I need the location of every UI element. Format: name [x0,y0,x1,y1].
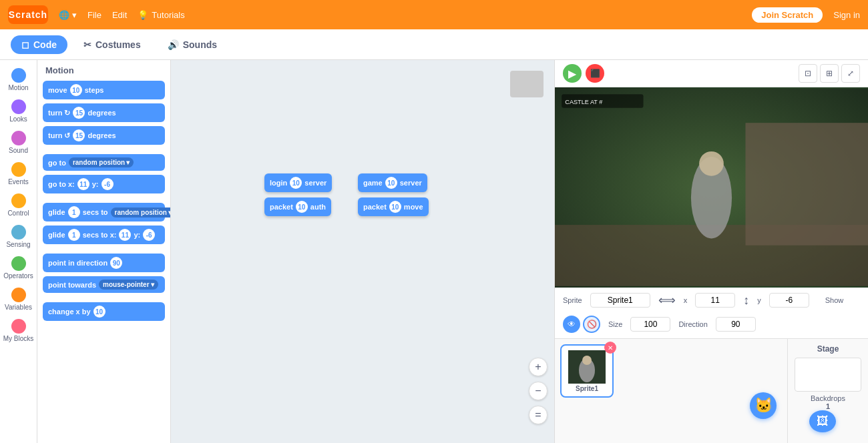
palette-item-sensing[interactable]: Sensing [1,222,36,251]
show-visible-button[interactable]: 👁 [563,316,580,333]
palette-item-control[interactable]: Control [1,191,36,219]
language-button[interactable]: 🌐 ▾ [59,10,77,20]
stage-canvas: CASTLE AT # [555,87,868,288]
login-block-text: login [270,179,287,187]
direction-input[interactable] [716,317,756,332]
block-goto-xy-x[interactable]: 11 [77,178,89,190]
sign-in-button[interactable]: Sign in [833,10,860,20]
sounds-tab-label: Sounds [183,39,217,50]
block-change-x[interactable]: change x by 10 [43,302,165,321]
block-turn-ccw-val[interactable]: 15 [73,129,85,141]
block-goto-xy[interactable]: go to x: 11 y: -6 [43,175,165,193]
block-glide2-val[interactable]: 1 [68,229,80,241]
game-block-suffix: server [400,179,422,187]
block-glide1-dropdown[interactable]: random position [111,207,171,217]
tab-code[interactable]: ◻ Code [11,35,67,54]
block-goto[interactable]: go to random position [43,154,165,171]
stage-layout-buttons: ⊡ ⊞ ⤢ [799,64,860,83]
big-stage-button[interactable]: ⊞ [820,64,839,83]
sprite-delete-button[interactable]: ✕ [604,342,616,354]
block-move[interactable]: move 10 steps [43,81,165,99]
block-direction-val[interactable]: 90 [110,257,122,269]
block-glide1[interactable]: glide 1 secs to random position [43,203,165,222]
block-towards[interactable]: point towards mouse-pointer [43,276,165,293]
direction-label: Direction [678,320,707,328]
control-dot [11,193,26,208]
packet2-block-val[interactable]: 10 [389,201,401,213]
zoom-in-button[interactable]: + [529,358,548,376]
block-direction-text: point in direction [48,259,107,267]
y-value-input[interactable] [769,293,809,308]
x-value-input[interactable] [695,293,735,308]
join-scratch-button[interactable]: Join Scratch [752,7,823,23]
add-backdrop-icon: 🖼 [817,414,829,428]
block-move-val[interactable]: 10 [70,84,82,96]
palette-item-operators[interactable]: Operators [1,254,36,282]
game-block-text: game [363,179,383,187]
block-turn-ccw[interactable]: turn ↺ 15 degrees [43,126,165,145]
canvas-block-game[interactable]: game 10 server [358,173,427,192]
palette-item-myblocks[interactable]: My Blocks [1,316,36,345]
sprite-thumbnail [510,71,544,97]
canvas-block-packet1[interactable]: packet 10 auth [264,197,331,216]
block-glide2-x[interactable]: 11 [119,229,131,241]
sprite-name-input[interactable] [590,293,650,308]
stage-svg: CASTLE AT # [555,87,868,288]
block-glide2-y[interactable]: -6 [143,229,155,241]
show-hidden-button[interactable]: 🚫 [583,316,600,333]
block-towards-text: point towards [48,281,96,289]
block-glide1-val[interactable]: 1 [68,206,80,218]
code-tab-label: Code [33,39,57,50]
zoom-out-button[interactable]: − [529,382,548,400]
stop-button[interactable]: ⬛ [586,64,604,83]
palette-item-motion[interactable]: Motion [1,65,36,94]
login-block-val[interactable]: 10 [290,177,302,189]
sprite-label: Sprite [563,296,582,304]
block-turn-cw-val[interactable]: 15 [73,107,85,119]
zoom-fit-button[interactable]: = [529,406,548,424]
green-flag-button[interactable]: ▶ [563,64,582,83]
tutorials-button[interactable]: 💡 Tutorials [138,10,184,20]
myblocks-label: My Blocks [3,335,34,342]
canvas-block-packet2[interactable]: packet 10 move [358,197,429,216]
block-glide2-text: glide [48,231,65,239]
palette-item-looks[interactable]: Looks [1,97,36,125]
canvas-block-login[interactable]: login 10 server [264,173,332,192]
fullscreen-button[interactable]: ⤢ [841,64,860,83]
events-label: Events [8,178,29,185]
block-change-x-val[interactable]: 10 [93,306,105,318]
tab-sounds[interactable]: 🔊 Sounds [157,35,228,54]
edit-menu[interactable]: Edit [112,10,127,20]
sprite-info-panel: Sprite ⟺ x ↕ y Show 👁 🚫 Size Direction [555,288,868,339]
block-goto-dropdown[interactable]: random position [69,157,134,167]
operators-label: Operators [3,272,33,280]
block-goto-xy-mid: y: [92,180,99,188]
size-input[interactable] [630,317,670,332]
motion-dot [11,68,26,83]
tab-costumes[interactable]: ✂ Costumes [73,35,152,54]
palette-item-events[interactable]: Events [1,159,36,188]
sprites-panel: ✕ Sprite1 🐱 [555,339,788,443]
block-direction[interactable]: point in direction 90 [43,254,165,272]
block-turn-cw[interactable]: turn ↻ 15 degrees [43,103,165,122]
block-towards-dropdown[interactable]: mouse-pointer [99,280,158,290]
block-goto-xy-y[interactable]: -6 [101,178,114,190]
sprite-card-sprite1[interactable]: ✕ Sprite1 [560,344,614,398]
block-glide2[interactable]: glide 1 secs to x: 11 y: -6 [43,226,165,244]
packet1-block-suffix: auth [310,203,326,211]
file-menu[interactable]: File [87,10,101,20]
palette-item-variables[interactable]: Variables [1,285,36,314]
show-label: Show [825,296,844,304]
stage-thumb[interactable] [795,358,861,392]
add-backdrop-button[interactable]: 🖼 [809,410,836,432]
scratch-logo[interactable]: Scratch [8,5,48,24]
right-panel: ▶ ⬛ ⊡ ⊞ ⤢ [554,60,868,443]
costumes-tab-icon: ✂ [83,39,91,50]
add-sprite-button[interactable]: 🐱 [750,392,777,419]
small-stage-button[interactable]: ⊡ [799,64,817,83]
sprite-card-thumbnail [568,350,606,384]
packet1-block-val[interactable]: 10 [296,201,308,213]
game-block-val[interactable]: 10 [385,177,397,189]
palette-item-sound[interactable]: Sound [1,128,36,157]
add-sprite-icon: 🐱 [754,397,773,414]
